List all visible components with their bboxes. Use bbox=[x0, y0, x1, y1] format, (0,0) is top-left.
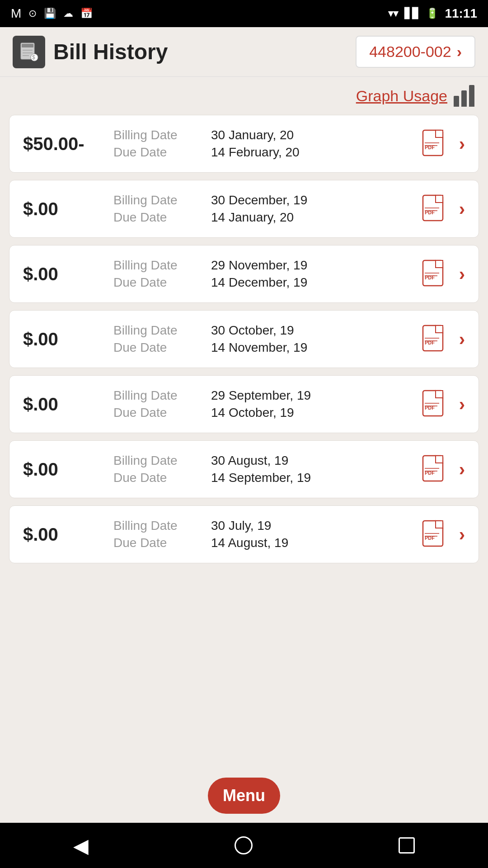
bar-chart-icon bbox=[454, 85, 474, 107]
billing-date-value-5: 30 August, 19 bbox=[211, 453, 288, 468]
bill-actions-1: PDF › bbox=[421, 194, 465, 223]
billing-date-label-4: Billing Date bbox=[113, 388, 204, 403]
due-date-value-2: 14 December, 19 bbox=[211, 275, 307, 290]
bill-item-6[interactable]: $.00 Billing Date 30 July, 19 Due Date 1… bbox=[9, 505, 479, 563]
billing-date-label-3: Billing Date bbox=[113, 323, 204, 338]
page-title: Bill History bbox=[53, 39, 168, 64]
pdf-icon-5[interactable]: PDF bbox=[421, 455, 450, 484]
billing-date-value-6: 30 July, 19 bbox=[211, 519, 271, 533]
chevron-right-5: › bbox=[459, 459, 465, 480]
bill-actions-6: PDF › bbox=[421, 520, 465, 549]
bill-history-icon: $ bbox=[13, 36, 45, 68]
billing-date-value-0: 30 January, 20 bbox=[211, 128, 294, 142]
due-date-label-0: Due Date bbox=[113, 145, 204, 160]
bill-item-3[interactable]: $.00 Billing Date 30 October, 19 Due Dat… bbox=[9, 310, 479, 368]
status-bar: M ⊙ 💾 ☁ 📅 ▾▾ ▋▊ 🔋 11:11 bbox=[0, 0, 488, 27]
bar-2 bbox=[461, 90, 467, 107]
bill-amount-6: $.00 bbox=[23, 524, 113, 545]
pdf-icon-6[interactable]: PDF bbox=[421, 520, 450, 549]
billing-date-row-6: Billing Date 30 July, 19 bbox=[113, 519, 421, 533]
svg-rect-33 bbox=[436, 456, 443, 463]
billing-date-value-2: 29 November, 19 bbox=[211, 258, 307, 273]
due-date-row-6: Due Date 14 August, 19 bbox=[113, 536, 421, 550]
bill-item-2[interactable]: $.00 Billing Date 29 November, 19 Due Da… bbox=[9, 245, 479, 303]
billing-date-label-2: Billing Date bbox=[113, 258, 204, 273]
billing-date-row-4: Billing Date 29 September, 19 bbox=[113, 388, 421, 403]
due-date-value-1: 14 January, 20 bbox=[211, 210, 294, 225]
bill-amount-4: $.00 bbox=[23, 394, 113, 415]
gmail-icon: M bbox=[11, 6, 21, 21]
bill-item-1[interactable]: $.00 Billing Date 30 December, 19 Due Da… bbox=[9, 180, 479, 238]
bill-dates-3: Billing Date 30 October, 19 Due Date 14 … bbox=[113, 323, 421, 355]
pdf-icon-2[interactable]: PDF bbox=[421, 259, 450, 288]
billing-date-value-4: 29 September, 19 bbox=[211, 388, 311, 403]
graph-usage-bar: Graph Usage bbox=[0, 77, 488, 115]
svg-text:$: $ bbox=[32, 54, 35, 61]
bill-dates-0: Billing Date 30 January, 20 Due Date 14 … bbox=[113, 128, 421, 160]
bill-amount-0: $50.00- bbox=[23, 134, 113, 154]
due-date-label-5: Due Date bbox=[113, 471, 204, 485]
billing-date-row-1: Billing Date 30 December, 19 bbox=[113, 193, 421, 208]
bill-list: $50.00- Billing Date 30 January, 20 Due … bbox=[0, 115, 488, 764]
billing-date-row-3: Billing Date 30 October, 19 bbox=[113, 323, 421, 338]
bill-dates-4: Billing Date 29 September, 19 Due Date 1… bbox=[113, 388, 421, 420]
bill-dates-2: Billing Date 29 November, 19 Due Date 14… bbox=[113, 258, 421, 290]
bill-actions-3: PDF › bbox=[421, 325, 465, 354]
due-date-value-3: 14 November, 19 bbox=[211, 340, 307, 355]
billing-date-value-3: 30 October, 19 bbox=[211, 323, 294, 338]
svg-rect-8 bbox=[436, 130, 443, 137]
billing-date-label-0: Billing Date bbox=[113, 128, 204, 142]
bottom-navigation: ◀ bbox=[0, 823, 488, 868]
due-date-row-0: Due Date 14 February, 20 bbox=[113, 145, 421, 160]
chevron-right-2: › bbox=[459, 264, 465, 284]
menu-button[interactable]: Menu bbox=[208, 778, 280, 814]
app-header: $ Bill History 448200-002 › bbox=[0, 27, 488, 77]
recent-apps-button[interactable] bbox=[399, 837, 415, 854]
account-number-text: 448200-002 bbox=[369, 43, 451, 61]
bill-dates-6: Billing Date 30 July, 19 Due Date 14 Aug… bbox=[113, 519, 421, 550]
due-date-row-4: Due Date 14 October, 19 bbox=[113, 406, 421, 420]
account-number-button[interactable]: 448200-002 › bbox=[356, 36, 475, 68]
pdf-icon-1[interactable]: PDF bbox=[421, 194, 450, 223]
billing-date-row-0: Billing Date 30 January, 20 bbox=[113, 128, 421, 142]
due-date-label-1: Due Date bbox=[113, 210, 204, 225]
due-date-row-5: Due Date 14 September, 19 bbox=[113, 471, 421, 485]
due-date-label-6: Due Date bbox=[113, 536, 204, 550]
billing-date-label-6: Billing Date bbox=[113, 519, 204, 533]
billing-date-row-2: Billing Date 29 November, 19 bbox=[113, 258, 421, 273]
wifi-icon: ▾▾ bbox=[388, 8, 398, 19]
due-date-value-5: 14 September, 19 bbox=[211, 471, 311, 485]
pdf-icon-4[interactable]: PDF bbox=[421, 390, 450, 419]
bill-dates-5: Billing Date 30 August, 19 Due Date 14 S… bbox=[113, 453, 421, 485]
svg-rect-18 bbox=[436, 260, 443, 268]
graph-usage-link[interactable]: Graph Usage bbox=[356, 87, 447, 105]
back-button[interactable]: ◀ bbox=[73, 834, 89, 857]
save-icon: 💾 bbox=[44, 8, 56, 19]
bill-actions-5: PDF › bbox=[421, 455, 465, 484]
bill-amount-2: $.00 bbox=[23, 264, 113, 284]
pdf-icon-0[interactable]: PDF bbox=[421, 129, 450, 158]
home-button[interactable] bbox=[235, 836, 253, 854]
pdf-icon-3[interactable]: PDF bbox=[421, 325, 450, 354]
bill-actions-0: PDF › bbox=[421, 129, 465, 158]
billing-date-row-5: Billing Date 30 August, 19 bbox=[113, 453, 421, 468]
bar-3 bbox=[469, 85, 474, 107]
bill-actions-2: PDF › bbox=[421, 259, 465, 288]
status-bar-right: ▾▾ ▋▊ 🔋 11:11 bbox=[388, 6, 477, 21]
due-date-value-0: 14 February, 20 bbox=[211, 145, 300, 160]
bill-item-5[interactable]: $.00 Billing Date 30 August, 19 Due Date… bbox=[9, 440, 479, 498]
radio-icon: ⊙ bbox=[28, 8, 37, 19]
bar-1 bbox=[454, 96, 459, 107]
due-date-label-3: Due Date bbox=[113, 340, 204, 355]
billing-date-value-1: 30 December, 19 bbox=[211, 193, 307, 208]
time-display: 11:11 bbox=[445, 6, 477, 21]
billing-date-label-5: Billing Date bbox=[113, 453, 204, 468]
header-left: $ Bill History bbox=[13, 36, 168, 68]
chevron-right-3: › bbox=[459, 329, 465, 349]
bill-item-0[interactable]: $50.00- Billing Date 30 January, 20 Due … bbox=[9, 115, 479, 173]
bill-amount-3: $.00 bbox=[23, 329, 113, 349]
due-date-row-2: Due Date 14 December, 19 bbox=[113, 275, 421, 290]
bill-item-4[interactable]: $.00 Billing Date 29 September, 19 Due D… bbox=[9, 375, 479, 433]
cloud-icon: ☁ bbox=[63, 8, 73, 19]
due-date-value-4: 14 October, 19 bbox=[211, 406, 294, 420]
